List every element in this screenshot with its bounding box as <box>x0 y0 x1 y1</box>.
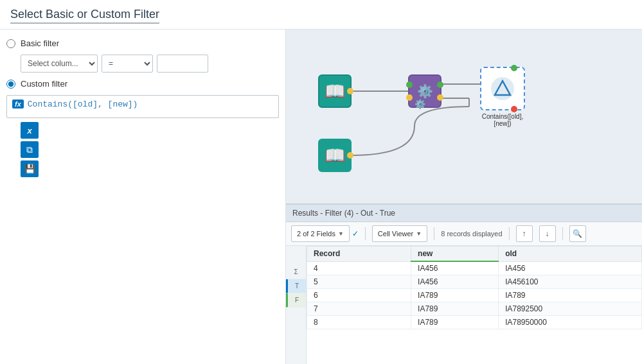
col-new: new <box>411 247 499 262</box>
basic-filter-label: Basic filter <box>21 39 59 48</box>
workflow-nodes: 📖 ⚙️ ⚙️ <box>299 49 642 223</box>
results-panel: Results - Filter (4) - Out - True 2 of 2… <box>286 204 642 364</box>
filter-out-true <box>511 65 517 71</box>
row-icon-F[interactable]: F <box>286 293 306 308</box>
toolbar-divider-3 <box>509 227 510 240</box>
node-book2[interactable]: 📖 <box>318 139 352 172</box>
cell-new: IA789 <box>411 289 499 302</box>
book2-icon: 📖 <box>325 146 345 166</box>
viewer-toolbar-group: Cell Viewer ▼ <box>372 225 427 242</box>
fields-label: 2 of 2 Fields <box>297 230 335 238</box>
records-info: 8 records displayed <box>441 230 502 238</box>
cell-record: 8 <box>307 316 411 329</box>
custom-filter-section: fx Contains([old], [new]) x ⧉ 💾 <box>6 95 279 177</box>
node-book1[interactable]: 📖 <box>318 74 352 108</box>
copy-icon: ⧉ <box>26 144 33 155</box>
table-row: 4IA456IA456 <box>307 261 642 275</box>
page-title: Select Basic or Custom Filter <box>10 8 159 24</box>
node-book1-box: 📖 <box>318 74 352 108</box>
cell-old: IA7892500 <box>499 302 642 316</box>
main-layout: Basic filter Select colum... = != > < Cu… <box>0 30 642 364</box>
title-bar: Select Basic or Custom Filter <box>0 0 642 30</box>
node-book2-out <box>347 152 353 159</box>
viewer-chevron: ▼ <box>416 230 422 237</box>
custom-filter-radio[interactable] <box>6 80 15 89</box>
results-toolbar: 2 of 2 Fields ▼ ✓ Cell Viewer ▼ 8 record… <box>286 222 642 246</box>
sort-up-icon: ↑ <box>522 229 526 238</box>
save-icon: 💾 <box>24 164 35 174</box>
workflow-canvas: 📖 ⚙️ ⚙️ <box>286 30 642 204</box>
custom-filter-label: Custom filter <box>21 79 67 89</box>
col-old: old <box>499 247 642 262</box>
cell-record: 5 <box>307 275 411 289</box>
node-gear-box: ⚙️ ⚙️ <box>408 74 441 108</box>
x-icon: x <box>27 126 31 135</box>
filter-controls-row: Select colum... = != > < <box>6 55 279 73</box>
cell-record: 4 <box>307 261 411 275</box>
cell-old: IA78950000 <box>499 316 642 329</box>
table-row: 7IA789IA7892500 <box>307 302 642 316</box>
toolbar-divider-4 <box>562 227 563 240</box>
filter-out-false <box>511 106 517 112</box>
sort-up-button[interactable]: ↑ <box>516 225 533 242</box>
table-wrapper: Record new old 4IA456IA4565IA456IA456100… <box>307 246 642 364</box>
col-record: Record <box>307 247 411 262</box>
data-table-area: Σ T F Record new old <box>286 246 642 364</box>
cell-old: IA789 <box>499 289 642 302</box>
table-row: 6IA789IA789 <box>307 289 642 302</box>
sort-down-button[interactable]: ↓ <box>539 225 556 242</box>
toolbar-divider-2 <box>434 227 434 240</box>
right-panel: 📖 ⚙️ ⚙️ <box>286 30 642 364</box>
book1-icon: 📖 <box>325 82 345 101</box>
basic-filter-radio[interactable] <box>6 39 15 48</box>
toolbar-divider-1 <box>365 227 366 240</box>
basic-filter-row: Basic filter <box>6 37 279 49</box>
node-filter-box <box>480 67 525 110</box>
cell-new: IA456 <box>411 275 499 289</box>
results-table: Record new old 4IA456IA4565IA456IA456100… <box>307 246 642 329</box>
fields-toolbar-group: 2 of 2 Fields ▼ ✓ <box>291 225 359 242</box>
node-gear-out-t <box>437 82 443 88</box>
row-icon-sigma: Σ <box>286 265 306 279</box>
search-icon: 🔍 <box>573 229 582 238</box>
cell-new: IA789 <box>411 316 499 329</box>
formula-copy-button[interactable]: ⧉ <box>21 141 39 158</box>
fields-chevron: ▼ <box>338 230 344 237</box>
left-panel: Basic filter Select colum... = != > < Cu… <box>0 30 286 364</box>
gear-icon: ⚙️ <box>417 83 433 99</box>
row-icons-sidebar: Σ T F <box>286 246 307 364</box>
node-gear[interactable]: ⚙️ ⚙️ <box>408 74 441 108</box>
formula-box[interactable]: fx Contains([old], [new]) <box>6 95 279 118</box>
table-body: 4IA456IA4565IA456IA4561006IA789IA7897IA7… <box>307 261 642 329</box>
node-gear-in-s <box>406 94 413 101</box>
formula-save-button[interactable]: 💾 <box>21 160 39 177</box>
operator-select[interactable]: = != > < <box>102 55 153 73</box>
node-book2-box: 📖 <box>318 139 352 172</box>
column-select[interactable]: Select colum... <box>21 55 98 73</box>
fields-check-icon: ✓ <box>352 229 359 238</box>
node-gear-out-s <box>437 94 443 101</box>
cell-record: 6 <box>307 289 411 302</box>
triangle-icon <box>490 76 515 101</box>
node-book1-out <box>347 88 353 94</box>
table-row: 8IA789IA78950000 <box>307 316 642 329</box>
filter-node-label: Contains([old],[new]) <box>482 113 523 127</box>
filter-value-input[interactable] <box>157 55 208 73</box>
formula-text: Contains([old], [new]) <box>28 100 138 109</box>
node-filter[interactable]: Contains([old],[new]) <box>480 67 525 127</box>
row-icon-T[interactable]: T <box>286 279 306 293</box>
fields-button[interactable]: 2 of 2 Fields ▼ <box>291 225 350 242</box>
cell-new: IA789 <box>411 302 499 316</box>
viewer-button[interactable]: Cell Viewer ▼ <box>372 225 427 242</box>
cell-old: IA456100 <box>499 275 642 289</box>
sort-down-icon: ↓ <box>546 229 549 238</box>
viewer-label: Cell Viewer <box>378 230 413 238</box>
search-button[interactable]: 🔍 <box>569 225 586 242</box>
table-row: 5IA456IA456100 <box>307 275 642 289</box>
formula-clear-button[interactable]: x <box>21 122 39 139</box>
node-gear-in-t <box>406 82 413 88</box>
cell-new: IA456 <box>411 261 499 275</box>
cell-record: 7 <box>307 302 411 316</box>
fx-badge: fx <box>12 100 24 108</box>
custom-filter-row: Custom filter <box>6 78 279 90</box>
